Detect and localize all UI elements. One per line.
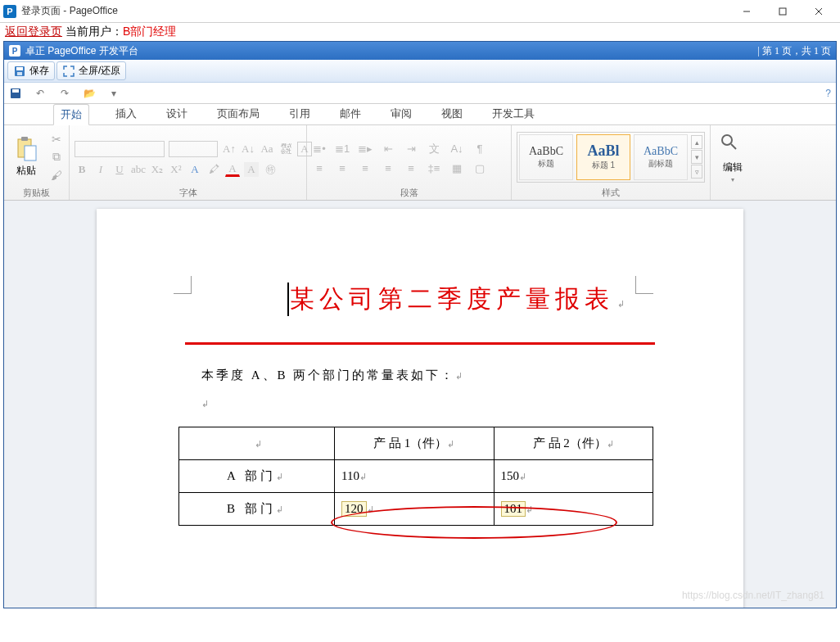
justify-icon[interactable]: ≡ <box>381 161 395 176</box>
increase-indent-icon[interactable]: ⇥ <box>404 142 418 156</box>
title-underline <box>185 342 655 345</box>
borders-icon[interactable]: ▢ <box>472 161 487 176</box>
font-color-icon[interactable]: A <box>225 162 240 177</box>
row-a-label: A 部门↲ <box>179 460 335 493</box>
qat-dropdown-icon[interactable]: ▾ <box>107 87 120 100</box>
phonetic-icon[interactable]: ㍿ <box>278 142 293 156</box>
paragraph-mark: ↲ <box>617 299 625 309</box>
save-label: 保存 <box>29 64 49 78</box>
group-editing-label <box>716 188 750 199</box>
shading-icon[interactable]: ▦ <box>449 161 464 176</box>
text-effects-icon[interactable]: A <box>187 162 202 177</box>
gallery-more-icon[interactable]: ▿ <box>691 165 702 179</box>
align-left-icon[interactable]: ≡ <box>312 161 327 176</box>
style-subtitle[interactable]: AaBbC副标题 <box>634 134 688 180</box>
multilevel-icon[interactable]: ≣▸ <box>358 142 373 156</box>
tab-review[interactable]: 审阅 <box>387 103 415 124</box>
grow-font-icon[interactable]: A↑ <box>222 142 237 156</box>
fullscreen-label: 全屏/还原 <box>79 64 120 78</box>
close-button[interactable] <box>801 0 837 23</box>
qat-open-icon[interactable]: 📂 <box>83 87 96 100</box>
copy-icon[interactable]: ⧉ <box>49 150 64 165</box>
shrink-font-icon[interactable]: A↓ <box>241 142 255 156</box>
group-styles-label: 样式 <box>517 186 705 199</box>
subscript-icon[interactable]: X₂ <box>150 162 165 177</box>
tab-view[interactable]: 视图 <box>438 103 466 124</box>
decrease-indent-icon[interactable]: ⇤ <box>381 142 395 156</box>
tab-design[interactable]: 设计 <box>163 103 191 124</box>
gallery-up-icon[interactable]: ▴ <box>691 135 702 149</box>
editable-field-b2[interactable]: 101 <box>501 501 526 517</box>
svg-point-12 <box>722 135 732 145</box>
svg-rect-5 <box>16 67 23 70</box>
doc-title: 某公司第二季度产量报表 <box>287 283 614 316</box>
margin-corner-tr <box>635 276 653 294</box>
text-direction-icon[interactable]: 文 <box>427 142 441 156</box>
gallery-down-icon[interactable]: ▾ <box>691 150 702 164</box>
window-controls <box>729 0 837 23</box>
row-b-v1[interactable]: 120↲ <box>335 493 495 526</box>
font-family-combo[interactable] <box>75 141 165 157</box>
highlight-icon[interactable]: 🖍 <box>206 162 221 177</box>
strike-icon[interactable]: abc <box>131 162 146 177</box>
underline-icon[interactable]: U <box>112 162 127 177</box>
style-gallery: AaBbC标题 AaBl标题 1 AaBbC副标题 ▴ ▾ ▿ <box>517 132 705 183</box>
table-row-b: B 部门↲ 120↲ 101↲ <box>179 493 653 526</box>
char-shading-icon[interactable]: A <box>244 162 259 177</box>
cut-icon[interactable]: ✂ <box>49 132 64 147</box>
distribute-icon[interactable]: ≡ <box>404 161 418 176</box>
production-table: ↲ 产 品 1（件）↲ 产 品 2（件）↲ A 部门↲ 110↲ 150↲ B … <box>178 427 653 526</box>
return-login-link[interactable]: 返回登录页 <box>5 25 62 38</box>
margin-corner-tl <box>174 276 192 294</box>
svg-line-13 <box>731 144 736 149</box>
group-font-label: 字体 <box>75 186 301 199</box>
editable-field-b1[interactable]: 120 <box>341 501 367 517</box>
page-info: | 第 1 页，共 1 页 <box>758 44 831 58</box>
user-link-row: 返回登录页 当前用户：B部门经理 <box>0 23 840 41</box>
group-editing: 编辑 ▾ <box>711 125 755 200</box>
table-row-a: A 部门↲ 110↲ 150↲ <box>179 460 653 493</box>
qat-redo-icon[interactable]: ↷ <box>58 87 71 100</box>
tab-insert[interactable]: 插入 <box>112 103 140 124</box>
bullets-icon[interactable]: ≣• <box>312 142 327 156</box>
sort-icon[interactable]: A↓ <box>449 142 464 156</box>
document-scroll-area[interactable]: 某公司第二季度产量报表 ↲ 本季度 A、B 两个部门的常量表如下：↲ ↲ ↲ 产… <box>4 201 836 608</box>
italic-icon[interactable]: I <box>93 162 108 177</box>
superscript-icon[interactable]: X² <box>169 162 183 177</box>
tab-home[interactable]: 开始 <box>53 104 89 125</box>
app-titlebar: P 卓正 PageOffice 开发平台 | 第 1 页，共 1 页 <box>4 42 836 60</box>
numbering-icon[interactable]: ≣1 <box>335 142 350 156</box>
bold-icon[interactable]: B <box>75 162 89 177</box>
show-marks-icon[interactable]: ¶ <box>472 142 487 156</box>
help-icon[interactable]: ? <box>825 88 831 99</box>
minimize-button[interactable] <box>729 0 765 23</box>
enclosed-char-icon[interactable]: ㊕ <box>263 162 278 177</box>
style-title[interactable]: AaBbC标题 <box>519 134 573 180</box>
ribbon-body: 粘贴 ✂ ⧉ 🖌 剪贴板 A↑ A↓ Aa <box>4 125 836 201</box>
tab-developer[interactable]: 开发工具 <box>489 103 538 124</box>
tab-references[interactable]: 引用 <box>286 103 314 124</box>
table-header-p2: 产 品 2（件）↲ <box>494 427 653 460</box>
tab-mailings[interactable]: 邮件 <box>336 103 364 124</box>
line-spacing-icon[interactable]: ‡≡ <box>427 161 441 176</box>
style-heading1[interactable]: AaBl标题 1 <box>576 134 630 180</box>
empty-paragraph: ↲ <box>201 396 645 410</box>
qat-save-icon[interactable] <box>9 87 22 100</box>
maximize-button[interactable] <box>765 0 801 23</box>
editing-label: 编辑 <box>723 160 743 174</box>
row-b-v2[interactable]: 101↲ <box>494 493 653 526</box>
find-icon <box>720 133 746 159</box>
qat-undo-icon[interactable]: ↶ <box>34 87 47 100</box>
find-button[interactable]: 编辑 ▾ <box>716 130 750 186</box>
svg-rect-8 <box>12 89 19 93</box>
save-button[interactable]: 保存 <box>7 61 55 80</box>
format-painter-icon[interactable]: 🖌 <box>49 168 64 183</box>
tab-layout[interactable]: 页面布局 <box>214 103 263 124</box>
paste-button[interactable]: 粘贴 <box>9 129 43 185</box>
fullscreen-button[interactable]: 全屏/还原 <box>56 61 126 80</box>
change-case-icon[interactable]: Aa <box>260 142 274 156</box>
window-titlebar: P 登录页面 - PageOffice <box>0 0 840 23</box>
align-center-icon[interactable]: ≡ <box>335 161 350 176</box>
font-size-combo[interactable] <box>169 141 218 157</box>
align-right-icon[interactable]: ≡ <box>358 161 373 176</box>
